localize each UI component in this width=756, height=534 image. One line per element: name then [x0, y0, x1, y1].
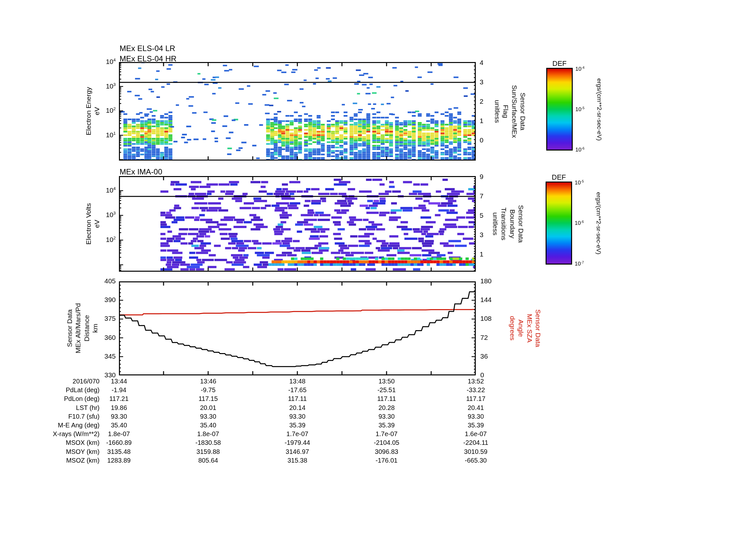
time-tick-label: 13:52: [447, 378, 505, 385]
ima-right-axis-label: Sensor Data Boundary Transitions unitles…: [491, 205, 525, 243]
table-row-label: MSOZ (km): [0, 457, 99, 464]
aux-y-tick-label: 345: [90, 352, 116, 360]
table-cell: 93.30: [447, 413, 505, 420]
aux-left-axis-label: Sensor Data MEx Alt/Mars/Pd Distance km: [66, 303, 99, 353]
ima-title: MEx IMA-00: [120, 167, 162, 176]
sza-tick-label: 180: [480, 277, 492, 285]
aux-y-tick-label: 405: [90, 277, 116, 285]
els-flag-tick-label: 3: [480, 78, 483, 86]
els-title-hr: MEx ELS-04 HR: [120, 54, 176, 63]
table-cell: 1.8e-07: [90, 430, 148, 438]
table-row-label: F10.7 (sfu): [0, 413, 99, 420]
table-cell: 1.7e-07: [268, 430, 326, 438]
ima-colorbar-tick-label: 10-5: [575, 179, 584, 186]
table-cell: 93.30: [90, 413, 148, 420]
els-flag-tick-label: 0: [480, 136, 483, 144]
ima-right-tick-label: 1: [480, 250, 483, 258]
ima-right-tick-label: 3: [480, 231, 483, 239]
time-tick-label: 13:50: [358, 378, 416, 385]
els-flag-tick-label: 2: [480, 98, 483, 105]
ima-right-tick-label: 9: [480, 173, 483, 181]
table-row-label: X-rays (W/m**2): [0, 430, 99, 438]
table-cell: 20.14: [268, 404, 326, 412]
table-cell: 1283.89: [90, 457, 148, 464]
els-y-tick-label: 104: [90, 58, 116, 65]
table-cell: 35.40: [90, 421, 148, 429]
table-cell: -1660.89: [90, 439, 148, 446]
table-cell: 805.64: [179, 457, 237, 464]
table-cell: -1.94: [90, 386, 148, 394]
table-cell: -1830.58: [179, 439, 237, 446]
spectrogram-figure: MEx ELS-04 LR MEx ELS-04 HR MEx IMA-00 D…: [0, 0, 756, 534]
table-cell: 93.30: [358, 413, 416, 420]
els-colorbar-tick-label: 10-6: [575, 146, 584, 153]
els-flag-tick-label: 1: [480, 117, 483, 125]
table-cell: 3159.88: [179, 448, 237, 455]
time-tick-label: 13:44: [90, 378, 148, 385]
aux-y-tick-label: 390: [90, 296, 116, 304]
table-cell: 117.17: [447, 395, 505, 402]
els-y-axis-label: Electron Energy eV: [84, 87, 101, 135]
table-row-label: 2016/070: [0, 378, 99, 385]
table-cell: 93.30: [179, 413, 237, 420]
els-colorbar-unit-label: ergs/(cm**2-sr-sec-eV): [595, 78, 603, 140]
table-cell: 315.38: [268, 457, 326, 464]
els-title-lr: MEx ELS-04 LR: [120, 44, 175, 53]
table-cell: -9.75: [179, 386, 237, 394]
sza-tick-label: 144: [480, 296, 492, 304]
ima-colorbar-tick-label: 10-7: [575, 260, 584, 267]
els-colorbar-tick-label: 10-4: [575, 65, 584, 72]
time-tick-label: 13:46: [179, 378, 237, 385]
table-cell: 20.28: [358, 404, 416, 412]
ima-colorbar-unit-label: ergs/(cm**2-sr-sec-eV): [595, 192, 603, 254]
ima-colorbar: [546, 182, 572, 265]
table-cell: 1.7e-07: [358, 430, 416, 438]
sza-tick-label: 72: [480, 333, 488, 341]
table-cell: -2104.05: [358, 439, 416, 446]
table-cell: 35.39: [447, 421, 505, 429]
table-row-label: M-E Ang (deg): [0, 421, 99, 429]
table-row-label: LST (hr): [0, 404, 99, 412]
time-tick-label: 13:48: [268, 378, 326, 385]
table-cell: 1.6e-07: [447, 430, 505, 438]
ima-colorbar-tick-label: 10-6: [575, 220, 584, 227]
table-cell: 93.30: [268, 413, 326, 420]
table-cell: 117.11: [268, 395, 326, 402]
ima-y-tick-label: 104: [90, 186, 116, 194]
table-row-label: MSOY (km): [0, 448, 99, 455]
table-cell: -17.65: [268, 386, 326, 394]
table-cell: 35.39: [358, 421, 416, 429]
els-colorbar: [546, 68, 573, 151]
table-cell: 35.39: [268, 421, 326, 429]
table-cell: 117.21: [90, 395, 148, 402]
table-row-label: PdLat (deg): [0, 386, 99, 394]
els-colorbar-title: DEF: [553, 60, 567, 68]
table-cell: -2204.11: [447, 439, 505, 446]
table-cell: 19.86: [90, 404, 148, 412]
els-right-axis-label: Sensor Data Sun/Surface/MEx Flag unitles…: [493, 85, 527, 138]
table-cell: -176.01: [358, 457, 416, 464]
table-cell: -25.51: [358, 386, 416, 394]
ima-right-tick-label: 7: [480, 192, 483, 200]
table-cell: -33.22: [447, 386, 505, 394]
table-cell: -665.30: [447, 457, 505, 464]
table-cell: -1979.44: [268, 439, 326, 446]
table-cell: 35.40: [179, 421, 237, 429]
table-cell: 117.15: [179, 395, 237, 402]
table-cell: 20.01: [179, 404, 237, 412]
table-cell: 1.8e-07: [179, 430, 237, 438]
sza-tick-label: 36: [480, 352, 488, 360]
table-cell: 3010.59: [447, 448, 505, 455]
ima-colorbar-title: DEF: [552, 173, 566, 182]
table-cell: 3146.97: [268, 448, 326, 455]
table-cell: 20.41: [447, 404, 505, 412]
els-flag-tick-label: 4: [480, 59, 483, 66]
table-row-label: MSOX (km): [0, 439, 99, 446]
els-colorbar-tick-label: 10-5: [575, 106, 584, 113]
ima-y-axis-label: Electron Volts eV: [84, 203, 101, 244]
table-cell: 3135.48: [90, 448, 148, 455]
ima-right-tick-label: 5: [480, 212, 483, 219]
table-row-label: PdLon (deg): [0, 395, 99, 402]
table-cell: 3096.83: [358, 448, 416, 455]
sza-right-axis-label: Sensor Data MEx SZA Angle degrees: [508, 310, 542, 347]
